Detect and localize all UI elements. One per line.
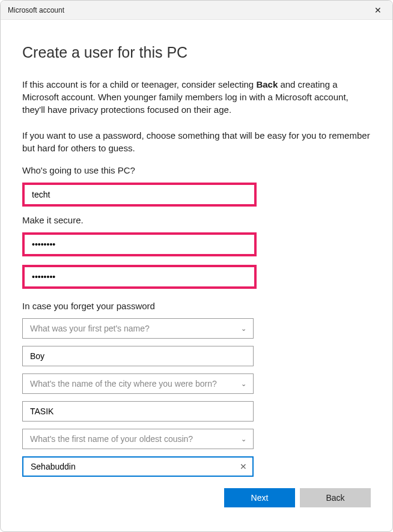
chevron-down-icon: ⌄ — [239, 325, 248, 333]
intro-paragraph-1: If this account is for a child or teenag… — [22, 78, 371, 116]
footer-buttons: Next Back — [22, 488, 371, 519]
confirm-password-field-wrap — [22, 265, 257, 289]
para1-pre: If this account is for a child or teenag… — [22, 79, 256, 89]
window-title: Microsoft account — [8, 6, 64, 14]
username-label: Who's going to use this PC? — [22, 165, 371, 175]
close-icon[interactable]: ✕ — [371, 5, 385, 15]
chevron-down-icon: ⌄ — [239, 435, 248, 443]
security-answer-3-input[interactable] — [23, 458, 234, 476]
confirm-password-input[interactable] — [25, 267, 254, 286]
intro-paragraph-2: If you want to use a password, choose so… — [22, 129, 371, 154]
security-questions-label: In case you forget your password — [22, 301, 371, 311]
security-question-3-select[interactable]: What's the first name of your oldest cou… — [22, 429, 254, 449]
security-answer-2-input[interactable] — [23, 402, 253, 421]
password-field-wrap — [22, 232, 257, 256]
security-question-1-text: What was your first pet's name? — [30, 324, 239, 333]
dialog-window: Microsoft account ✕ Create a user for th… — [0, 0, 393, 532]
content-area: Create a user for this PC If this accoun… — [1, 20, 392, 531]
para1-bold: Back — [256, 79, 278, 89]
next-button[interactable]: Next — [224, 488, 295, 507]
security-answer-2-wrap — [22, 401, 254, 422]
security-question-1-select[interactable]: What was your first pet's name? ⌄ — [22, 318, 254, 339]
security-answer-1-wrap — [22, 346, 254, 366]
security-question-2-select[interactable]: What's the name of the city where you we… — [22, 373, 254, 394]
username-field-wrap — [22, 183, 257, 207]
security-answer-3-wrap: ✕ — [22, 456, 254, 477]
username-input[interactable] — [25, 185, 254, 204]
password-input[interactable] — [25, 235, 254, 254]
clear-icon[interactable]: ✕ — [234, 462, 252, 471]
security-question-2-text: What's the name of the city where you we… — [30, 379, 239, 388]
back-button[interactable]: Back — [300, 488, 371, 507]
security-question-3-text: What's the first name of your oldest cou… — [30, 434, 239, 444]
page-title: Create a user for this PC — [22, 44, 371, 61]
chevron-down-icon: ⌄ — [239, 380, 248, 388]
password-label: Make it secure. — [22, 215, 371, 225]
titlebar: Microsoft account ✕ — [1, 1, 392, 20]
security-answer-1-input[interactable] — [23, 346, 253, 366]
